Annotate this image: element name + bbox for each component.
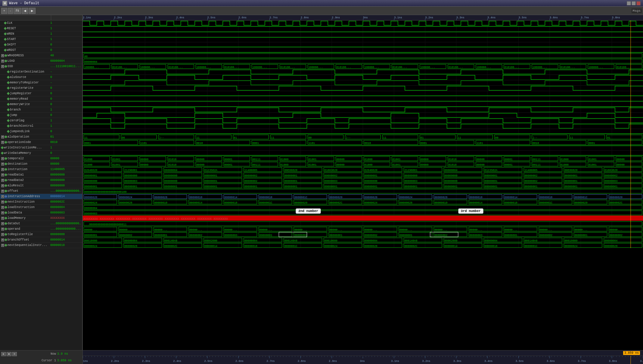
signal-row[interactable]: START1 <box>0 37 82 42</box>
expand-icon[interactable]: + <box>1 60 4 63</box>
msgs-label: Msgs <box>632 8 642 13</box>
signal-row[interactable]: +operationCode0010 <box>0 140 82 145</box>
signal-name-label: writeInstructionMe... <box>0 146 50 149</box>
signal-type-icon <box>5 244 8 247</box>
signal-row[interactable]: +loadInstruction08000004 <box>0 205 82 210</box>
expand-icon[interactable]: + <box>1 228 4 231</box>
signal-row[interactable]: +offset...0000000000000... <box>0 188 82 194</box>
settings-button[interactable]: ⚙ <box>12 352 17 356</box>
signal-row[interactable]: +loadData00000003 <box>0 210 82 216</box>
signal-row[interactable]: RESET1 <box>0 26 82 31</box>
signal-row[interactable]: SHIFT0 <box>0 42 82 48</box>
signal-row[interactable]: CLK1 <box>0 20 82 26</box>
expand-icon[interactable]: + <box>1 211 4 214</box>
signal-row[interactable]: WRDST0 <box>0 48 82 53</box>
bottom-right: 3.859 ns <box>83 350 643 364</box>
signal-row[interactable]: +WRADDRESS40 <box>0 53 82 58</box>
signal-row[interactable]: writeInstructionMe...1 <box>0 145 82 151</box>
expand-icon[interactable]: + <box>1 201 4 204</box>
signal-type-icon <box>7 125 10 128</box>
signal-row[interactable]: branch1 <box>0 107 82 113</box>
signal-row[interactable]: +toRegisterFile00000000 <box>0 232 82 237</box>
expand-icon[interactable]: + <box>1 233 4 236</box>
signal-current-value: 1 <box>50 38 82 41</box>
expand-icon[interactable]: + <box>1 141 4 144</box>
expand-icon[interactable]: + <box>1 179 4 182</box>
signal-row[interactable]: jumpAndLink0 <box>0 129 82 134</box>
expand-icon[interactable]: + <box>1 206 4 209</box>
expand-icon[interactable]: + <box>1 238 4 241</box>
signal-row[interactable]: branchControl1 <box>0 123 82 129</box>
signal-row[interactable]: memoryRead0 <box>0 96 82 102</box>
signal-row[interactable]: zeroFlag1 <box>0 118 82 123</box>
signal-row[interactable]: +aluOperation01 <box>0 134 82 140</box>
expand-icon[interactable]: + <box>1 163 4 166</box>
maximize-button[interactable] <box>632 1 636 5</box>
signal-row[interactable]: +SSD...11110010011... <box>0 64 82 69</box>
window-controls[interactable] <box>627 1 641 5</box>
expand-icon[interactable]: + <box>1 222 4 225</box>
signal-row[interactable]: +branchOffset00000014 <box>0 237 82 243</box>
signal-row[interactable]: +nextInstruction0000002C <box>0 199 82 205</box>
signal-text: temporal2 <box>8 157 24 160</box>
signal-text: operand <box>8 227 20 231</box>
signal-text: instructionAddress <box>8 195 40 198</box>
signal-row[interactable]: +aluResult00000000 <box>0 183 82 188</box>
expand-icon[interactable]: + <box>1 190 4 193</box>
signal-row[interactable]: +instruction11400005 <box>0 167 82 172</box>
annotation-3rd-number: 3rd number <box>458 208 483 214</box>
signal-current-value: 1 <box>50 119 82 122</box>
toolbar-icons[interactable]: ▶ ■ ⚙ <box>1 352 17 356</box>
signal-row[interactable]: +instructionAddress00000014 <box>0 194 82 199</box>
expand-icon[interactable]: + <box>1 195 4 198</box>
toolbar-zoom-out[interactable]: - <box>8 8 13 14</box>
signal-current-value: 1 <box>50 27 82 30</box>
toolbar-zoom-in[interactable]: + <box>1 8 7 14</box>
signal-row[interactable]: registerDestination- <box>0 69 82 75</box>
signal-row[interactable]: jumpRegister0 <box>0 91 82 96</box>
toolbar-fit[interactable]: Fit <box>14 8 21 14</box>
expand-icon[interactable]: + <box>1 157 4 160</box>
toolbar-prev[interactable]: ◀ <box>22 8 28 14</box>
signal-name-label: memoryWrite <box>0 103 50 106</box>
signal-text: instruction <box>8 168 27 171</box>
wave-rows-container <box>83 20 643 249</box>
signal-row[interactable]: memoryWrite0 <box>0 102 82 107</box>
expand-icon[interactable]: + <box>1 173 4 176</box>
expand-icon[interactable]: + <box>1 184 4 187</box>
signal-row[interactable]: +temporal200000 <box>0 156 82 161</box>
signal-row[interactable]: +loadMemoryXXXXXXXX <box>0 216 82 221</box>
signal-row[interactable]: +destination00000 <box>0 161 82 167</box>
toolbar-next[interactable]: ▶ <box>29 8 36 14</box>
stop-button[interactable]: ■ <box>7 352 11 356</box>
signal-row[interactable]: +readData200000000 <box>0 178 82 183</box>
signal-row[interactable]: writeDataMemory0 <box>0 151 82 156</box>
expand-icon[interactable]: + <box>1 217 4 220</box>
signal-row[interactable]: jump0 <box>0 113 82 118</box>
signal-row[interactable]: aluSource0 <box>0 75 82 80</box>
signal-row[interactable]: +operand...00000000000... <box>0 226 82 232</box>
close-button[interactable] <box>636 1 641 5</box>
signal-row[interactable]: WREN1 <box>0 31 82 37</box>
play-button[interactable]: ▶ <box>1 352 6 356</box>
expand-icon[interactable]: + <box>1 65 4 68</box>
expand-icon[interactable]: + <box>1 54 4 57</box>
time-marker: 3ns <box>363 15 368 20</box>
wave-area[interactable]: 2.1ns2.2ns2.3ns2.4ns2.5ns2.6ns2.7ns2.8ns… <box>83 15 643 350</box>
expand-icon[interactable]: + <box>1 244 4 247</box>
signal-header <box>0 15 82 20</box>
signal-row[interactable]: +nextSequentialInstr...00000018 <box>0 243 82 248</box>
expand-icon[interactable]: + <box>1 168 4 171</box>
signal-row[interactable]: +dataOut...0000000000000... <box>0 221 82 226</box>
signal-row[interactable]: +readData100000000 <box>0 172 82 178</box>
signal-current-value: 08000004 <box>50 59 82 63</box>
expand-icon[interactable]: + <box>1 135 4 138</box>
signal-name-label: +destination <box>0 162 50 166</box>
signal-current-value: 1 <box>50 146 82 149</box>
time-marker: 3.2ns <box>425 15 433 20</box>
signal-row[interactable]: +LOAD08000004 <box>0 58 82 64</box>
signal-type-icon <box>5 157 8 160</box>
signal-row[interactable]: registerWrite0 <box>0 86 82 91</box>
signal-row[interactable]: memoryToRegister- <box>0 80 82 86</box>
minimize-button[interactable] <box>627 1 631 5</box>
